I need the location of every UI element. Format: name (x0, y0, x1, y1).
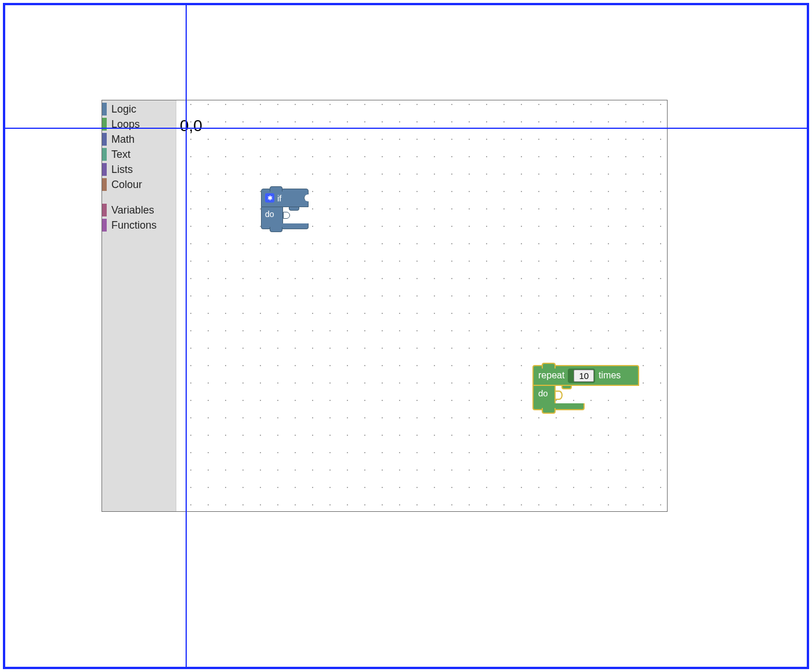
repeat-block[interactable]: repeat 10 times do (532, 365, 639, 410)
toolbox-item-lists[interactable]: Lists (102, 162, 176, 177)
toolbox-label: Variables (111, 204, 154, 216)
repeat-block-body[interactable]: do (532, 386, 639, 403)
toolbox-label: Math (111, 133, 135, 146)
toolbox-label: Logic (111, 103, 136, 115)
if-block[interactable]: ✱ if do (261, 189, 309, 229)
repeat-label: repeat (538, 370, 564, 381)
swatch-text (102, 148, 107, 161)
toolbox: Logic Loops Math Text Lists Colour Varia… (102, 100, 176, 511)
swatch-colour (102, 178, 107, 191)
origin-label: 0,0 (180, 117, 202, 135)
swatch-variables (102, 204, 107, 216)
toolbox-separator (102, 192, 176, 203)
repeat-count-value[interactable]: 10 (574, 370, 594, 382)
do-label: do (532, 386, 556, 403)
toolbox-item-math[interactable]: Math (102, 132, 176, 147)
toolbox-item-text[interactable]: Text (102, 147, 176, 162)
swatch-math (102, 133, 107, 146)
toolbox-label: Functions (111, 219, 157, 232)
toolbox-item-loops[interactable]: Loops (102, 117, 176, 132)
toolbox-item-logic[interactable]: Logic (102, 102, 176, 117)
crosshair-horizontal (3, 128, 809, 129)
repeat-block-footer (532, 403, 585, 410)
workspace-canvas[interactable]: 0,0 ✱ if do repeat 10 times do (176, 100, 667, 511)
repeat-statement-slot[interactable] (561, 386, 572, 389)
do-label: do (261, 207, 283, 223)
swatch-logic (102, 103, 107, 115)
toolbox-item-variables[interactable]: Variables (102, 203, 176, 218)
swatch-functions (102, 219, 107, 232)
repeat-block-header[interactable]: repeat 10 times (532, 365, 639, 386)
toolbox-item-colour[interactable]: Colour (102, 177, 176, 192)
if-label: if (277, 193, 282, 203)
repeat-count-socket[interactable]: 10 (568, 368, 595, 383)
if-statement-slot[interactable] (289, 207, 299, 211)
toolbox-item-functions[interactable]: Functions (102, 218, 176, 233)
toolbox-label: Text (111, 149, 130, 161)
crosshair-vertical (186, 3, 187, 669)
toolbox-label: Lists (111, 164, 133, 176)
if-block-body[interactable]: do (261, 207, 309, 223)
if-block-footer (261, 223, 309, 229)
times-label: times (599, 370, 621, 381)
swatch-lists (102, 163, 107, 176)
gear-icon[interactable]: ✱ (265, 193, 274, 203)
toolbox-label: Colour (111, 179, 142, 191)
if-block-header[interactable]: ✱ if (261, 189, 309, 207)
